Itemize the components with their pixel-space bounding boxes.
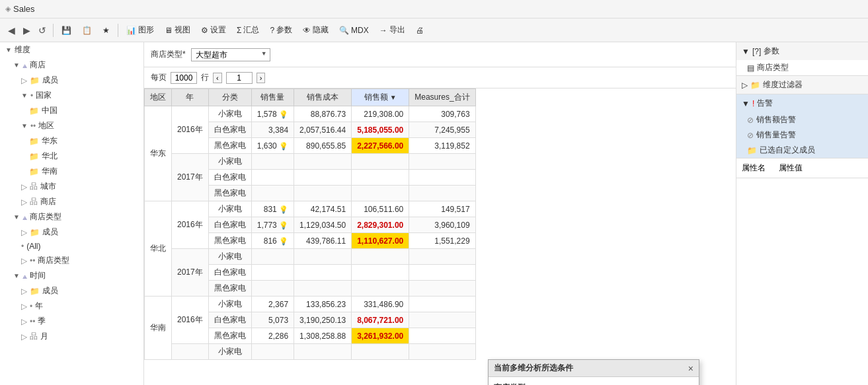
sidebar-header-dim[interactable]: ▼ 维度	[0, 42, 143, 57]
cell-year-2016-north: 2016年	[172, 201, 209, 249]
cell-amount-13: 331,486.90	[352, 297, 409, 312]
col-sales-amount[interactable]: 销售额▼	[352, 89, 409, 106]
filter-select[interactable]: 大型超市 中型超市 小型超市	[191, 48, 270, 61]
north-icon: 📁	[29, 152, 39, 161]
city-label: 城市	[40, 181, 56, 192]
sidebar-item-country[interactable]: ▼ • 国家	[0, 88, 143, 103]
sidebar-item-china[interactable]: 📁 中国	[0, 103, 143, 118]
expand-filter-icon: ▷	[742, 81, 748, 90]
sidebar-item-city[interactable]: ▷ 品 城市	[0, 179, 143, 194]
sidebar-item-store2[interactable]: ▷ 品 商店	[0, 194, 143, 209]
data-table: 地区 年 分类 销售量 销售成本 销售额▼ Measures_合计 华东	[144, 88, 476, 360]
sidebar-item-storetype-member[interactable]: ▷ 📁 成员	[0, 225, 143, 240]
col-category[interactable]: 分类	[208, 89, 251, 106]
rs-header-alert[interactable]: ▼ ! 告警	[736, 94, 868, 112]
current-page-input[interactable]	[226, 72, 253, 84]
sidebar-item-month[interactable]: ▷ 品 月	[0, 329, 143, 344]
rs-item-qty-alert[interactable]: ⊘ 销售量告警	[736, 127, 868, 143]
sidebar-item-all[interactable]: • (All)	[0, 240, 143, 253]
rs-header-params[interactable]: ▼ [?] 参数	[736, 42, 868, 60]
mdx-button[interactable]: 🔍 MDX	[335, 24, 373, 36]
cell-total-2: 7,245,955	[409, 122, 475, 138]
modal-content: 商店类型 商店 时间 产品 Measures 仅供	[489, 377, 699, 385]
sidebar-item-time-member[interactable]: ▷ 📁 成员	[0, 283, 143, 298]
cell-amount-8: 2,829,301.00	[352, 217, 409, 233]
rs-section-attr: 属性名 属性值	[736, 158, 868, 178]
sidebar-item-south[interactable]: 📁 华南	[0, 164, 143, 179]
sidebar-item-region[interactable]: ▼ •• 地区	[0, 118, 143, 133]
per-page-input[interactable]	[171, 72, 197, 84]
cell-qty-4	[251, 154, 294, 170]
sidebar-item-time[interactable]: ▼ ⟁ 时间	[0, 268, 143, 283]
chart-button[interactable]: 📊 图形	[122, 23, 158, 37]
settings-button[interactable]: ⚙ 设置	[197, 23, 230, 37]
col-year[interactable]: 年	[172, 89, 209, 106]
cell-amount-9: 1,110,627.00	[352, 233, 409, 249]
params-label: 参数	[764, 46, 779, 57]
cell-amount-14: 8,067,721.00	[352, 312, 409, 328]
alert-light-3: 💡	[279, 205, 288, 213]
view-label: 视图	[175, 24, 190, 36]
copy-button[interactable]: 📋	[78, 24, 96, 36]
next-page-button[interactable]: ›	[256, 73, 266, 83]
rs-item-sales-alert[interactable]: ⊘ 销售额告警	[736, 112, 868, 127]
forward-button[interactable]: ▶	[20, 24, 33, 37]
print-button[interactable]: 🖨	[412, 24, 428, 36]
cell-qty-2: 3,384	[251, 122, 294, 138]
member-label: 成员	[42, 75, 58, 86]
star-button[interactable]: ★	[99, 24, 114, 36]
q-dots: ••	[30, 317, 35, 326]
expand-alert-icon: ▼	[742, 99, 750, 108]
storetype-dim-icon: ⟁	[22, 213, 27, 222]
save-button[interactable]: 💾	[58, 24, 75, 36]
cell-qty-9: 816 💡	[251, 233, 294, 249]
rs-item-custom-member[interactable]: 📁 已选自定义成员	[736, 143, 868, 158]
summary-button[interactable]: Σ 汇总	[233, 23, 263, 37]
view-button[interactable]: 🖥 视图	[161, 23, 194, 37]
col-sales-cost[interactable]: 销售成本	[294, 89, 352, 106]
dot-icon: •	[30, 91, 33, 100]
sidebar-item-north[interactable]: 📁 华北	[0, 149, 143, 164]
cell-region-south: 华南	[145, 297, 172, 360]
rs-item-storetype[interactable]: ▤ 商店类型	[736, 60, 868, 75]
hide-button[interactable]: 👁 隐藏	[299, 23, 333, 37]
cell-year-2017-east: 2017年	[172, 154, 209, 201]
export-button[interactable]: → 导出	[375, 23, 409, 37]
filter-folder-icon: 📁	[750, 81, 760, 90]
storetype-label: 商店类型	[30, 211, 61, 223]
modal-close-button[interactable]: ×	[688, 363, 693, 374]
cell-total-1: 309,763	[409, 106, 475, 122]
q-expand: ▷	[21, 317, 27, 326]
app-title-bar: ◈ Sales	[0, 0, 868, 18]
sidebar-item-storetype2[interactable]: ▷ •• 商店类型	[0, 253, 143, 268]
sidebar-item-store-member[interactable]: ▷ 📁 成员	[0, 73, 143, 88]
sidebar-item-quarter[interactable]: ▷ •• 季	[0, 314, 143, 329]
cell-cat-13: 小家电	[208, 297, 251, 312]
sidebar-item-store[interactable]: ▼ ⟁ 商店	[0, 57, 143, 73]
st-member-icon: ▷	[21, 228, 27, 237]
refresh-button[interactable]: ↺	[36, 24, 49, 37]
prev-page-button[interactable]: ‹	[213, 73, 222, 83]
st2-label: 商店类型	[38, 255, 69, 266]
east-label: 华东	[42, 135, 58, 147]
export-label: 导出	[389, 24, 405, 36]
sidebar-item-east[interactable]: 📁 华东	[0, 133, 143, 149]
param-button[interactable]: ? 参数	[266, 23, 296, 37]
col-measures-total[interactable]: Measures_合计	[409, 89, 475, 106]
rs-section-params: ▼ [?] 参数 ▤ 商店类型	[736, 42, 868, 76]
expand-icon-time: ▼	[13, 272, 20, 279]
cell-cat-2: 白色家电	[208, 122, 251, 138]
sort-icon: ▼	[390, 94, 397, 101]
sidebar-item-year[interactable]: ▷ • 年	[0, 298, 143, 314]
year-expand: ▷	[21, 302, 27, 311]
col-sales-qty[interactable]: 销售量	[251, 89, 294, 106]
cell-total-15	[409, 328, 475, 344]
modal-dialog: 当前多维分析所选条件 × 商店类型 商店 时间 产品 Measures	[488, 359, 699, 385]
sidebar-item-storetype[interactable]: ▼ ⟁ 商店类型	[0, 209, 143, 225]
back-button[interactable]: ◀	[5, 24, 18, 37]
rs-header-filter[interactable]: ▷ 📁 维度过滤器	[736, 76, 868, 94]
col-region[interactable]: 地区	[145, 89, 172, 106]
cell-year-2016-east: 2016年	[172, 106, 209, 154]
summary-icon: Σ	[237, 26, 241, 35]
region-label: 地区	[38, 120, 54, 131]
